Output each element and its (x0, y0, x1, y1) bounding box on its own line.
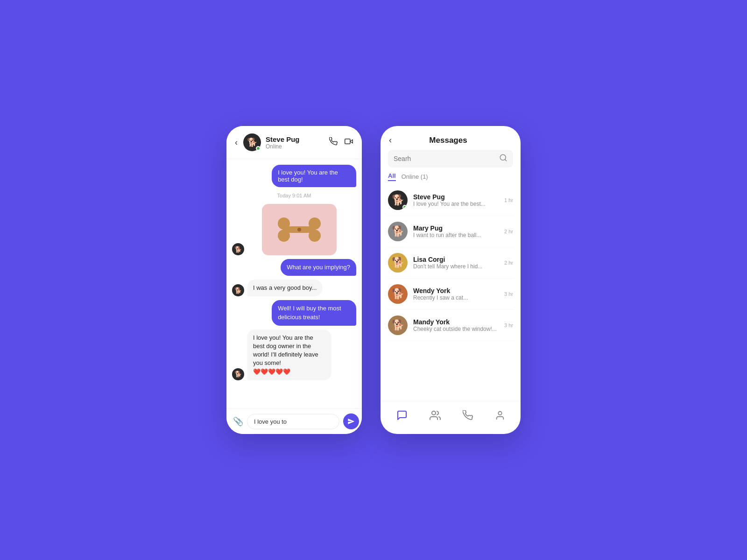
chat-input-bar: 📎 (226, 408, 362, 434)
search-icon (499, 154, 507, 164)
filter-tabs: All Online (1) (381, 172, 521, 185)
contact-name: Mandy York (413, 318, 499, 326)
tab-online[interactable]: Online (1) (402, 173, 428, 180)
nav-calls-icon[interactable] (458, 408, 478, 425)
contact-preview: I love you! You are the best... (413, 201, 499, 207)
contact-item[interactable]: 🐕 Steve Pug I love you! You are the best… (387, 185, 514, 216)
svg-point-8 (297, 228, 301, 231)
message-bubble: I was a very good boy... (247, 280, 323, 296)
chat-phone: ‹ 🐕 Steve Pug Online I love you! You are… (226, 126, 362, 434)
svg-point-11 (432, 411, 436, 415)
messages-phone: ‹ Messages All Online (1) 🐕 Steve Pug I … (381, 126, 521, 434)
nav-profile-icon[interactable] (490, 408, 510, 425)
contact-info: Wendy York Recently I saw a cat... (413, 287, 499, 301)
message-bubble: I love you! You are the best dog! (272, 165, 356, 187)
contact-name: Steve Pug (413, 193, 499, 201)
contact-preview: Recently I saw a cat... (413, 294, 499, 301)
contact-name: Steve Pug (266, 135, 324, 143)
message-bubble: Well! I will buy the most delicious trea… (272, 300, 356, 325)
tab-all[interactable]: All (388, 172, 396, 181)
search-input[interactable] (394, 155, 495, 162)
contact-item[interactable]: 🐕 Mary Pug I want to run after the ball.… (387, 216, 514, 247)
contact-time: 3 hr (504, 322, 513, 328)
avatar: 🐕 (243, 133, 261, 151)
svg-point-4 (278, 217, 290, 230)
svg-rect-1 (345, 139, 350, 144)
message-bubble: What are you implying? (281, 259, 356, 276)
contact-time: 2 hr (504, 260, 513, 266)
message-input[interactable] (247, 414, 339, 429)
svg-point-6 (309, 217, 321, 230)
header-actions (329, 137, 353, 148)
sender-avatar: 🐕 (232, 368, 244, 380)
contact-preview: I want to run after the ball... (413, 232, 499, 238)
sender-avatar: 🐕 (232, 243, 244, 255)
back-button[interactable]: ‹ (235, 138, 238, 147)
contact-avatar: 🐕 (388, 190, 408, 210)
sender-avatar: 🐕 (232, 284, 244, 296)
contact-info: Mary Pug I want to run after the ball... (413, 224, 499, 238)
message-bubble: I love you! You are the best dog owner i… (247, 329, 331, 380)
online-indicator (256, 146, 261, 151)
contact-avatar: 🐕 (388, 315, 408, 335)
contact-name: Wendy York (413, 287, 499, 294)
contact-item[interactable]: 🐕 Mandy York Cheeky cat outside the wind… (387, 310, 514, 341)
contact-name: Mary Pug (413, 224, 499, 232)
timestamp: Today 9:01 AM (232, 193, 356, 198)
nav-messages-icon[interactable] (392, 408, 412, 426)
svg-line-10 (505, 159, 506, 161)
contact-info: Steve Pug I love you! You are the best..… (413, 193, 499, 207)
contact-name: Lisa Corgi (413, 256, 499, 263)
contact-time: 3 hr (504, 291, 513, 297)
send-button[interactable] (343, 413, 359, 429)
message-row: 🐕 (232, 204, 356, 255)
bone-image (262, 204, 337, 255)
svg-marker-0 (350, 140, 352, 143)
online-dot (402, 205, 407, 210)
message-row: What are you implying? (232, 259, 356, 276)
messages-title: Messages (397, 136, 499, 145)
svg-point-7 (309, 230, 321, 242)
bottom-nav (381, 401, 521, 434)
contact-item[interactable]: 🐕 Wendy York Recently I saw a cat... 3 h… (387, 279, 514, 310)
image-message (262, 204, 337, 255)
search-bar (388, 150, 513, 168)
messages-header: ‹ Messages (381, 126, 521, 150)
contact-item[interactable]: 🐕 Lisa Corgi Don't tell Mary where I hid… (387, 247, 514, 279)
nav-contacts-icon[interactable] (425, 408, 445, 426)
contact-preview: Don't tell Mary where I hid... (413, 263, 499, 270)
contact-time: 2 hr (504, 229, 513, 234)
contact-info: Lisa Corgi Don't tell Mary where I hid..… (413, 256, 499, 270)
message-row: I love you! You are the best dog! (232, 165, 356, 187)
message-row: 🐕 I was a very good boy... (232, 280, 356, 296)
chat-messages: I love you! You are the best dog! Today … (226, 159, 362, 408)
contact-avatar: 🐕 (388, 222, 408, 241)
phone-call-icon[interactable] (329, 137, 338, 148)
attach-icon[interactable]: 📎 (233, 416, 243, 427)
message-row: Well! I will buy the most delicious trea… (232, 300, 356, 325)
contact-time: 1 hr (504, 197, 513, 203)
contact-status: Online (266, 143, 324, 150)
contact-avatar: 🐕 (388, 284, 408, 304)
svg-point-5 (278, 230, 290, 242)
svg-point-12 (498, 412, 501, 415)
header-info: Steve Pug Online (266, 135, 324, 150)
contact-info: Mandy York Cheeky cat outside the window… (413, 318, 499, 332)
contacts-list: 🐕 Steve Pug I love you! You are the best… (381, 185, 521, 401)
contact-avatar: 🐕 (388, 253, 408, 273)
video-call-icon[interactable] (344, 137, 353, 148)
message-row: 🐕 I love you! You are the best dog owner… (232, 329, 356, 380)
contact-preview: Cheeky cat outside the window!... (413, 326, 499, 332)
chat-header: ‹ 🐕 Steve Pug Online (226, 126, 362, 159)
back-button[interactable]: ‹ (389, 135, 392, 145)
